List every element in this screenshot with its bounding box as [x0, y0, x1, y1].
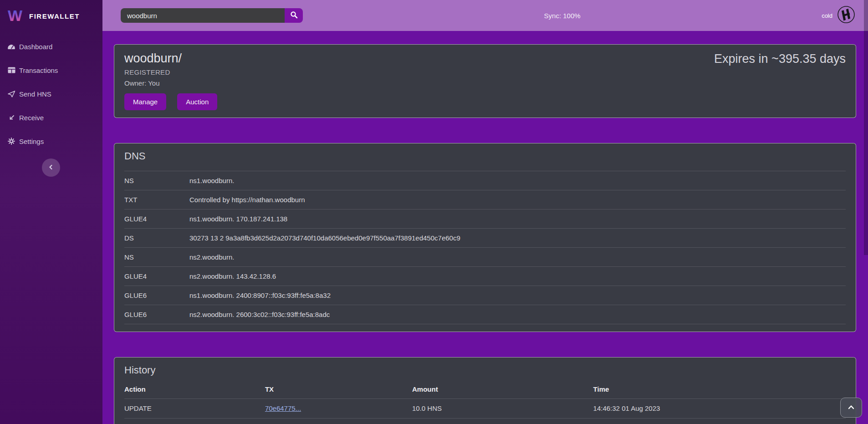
history-section-title: History: [124, 364, 846, 377]
domain-status: REGISTERED: [124, 68, 846, 76]
dns-record-type: GLUE6: [124, 305, 189, 324]
gear-icon: [7, 138, 15, 145]
sidebar-nav-item[interactable]: Receive: [0, 106, 102, 129]
scroll-to-top-button[interactable]: [840, 398, 862, 418]
dns-record-row: NS ns1.woodburn.: [124, 171, 846, 190]
history-card: History ActionTXAmountTime UPDATE 70e647…: [114, 357, 856, 424]
firewallet-app: { "app": { "brand": "FIREWALLET" }, "sid…: [0, 0, 868, 424]
history-amount: 10.0 HNS: [412, 418, 593, 424]
dns-record-type: TXT: [124, 190, 189, 209]
dns-record-type: GLUE4: [124, 267, 189, 286]
history-column-header: TX: [265, 380, 412, 398]
auction-button[interactable]: Auction: [177, 93, 217, 110]
dns-section-title: DNS: [124, 150, 846, 163]
nav-item-label: Dashboard: [19, 43, 52, 51]
history-column-header: Amount: [412, 380, 593, 398]
history-column-header: Time: [593, 380, 846, 398]
search-input[interactable]: [121, 8, 285, 23]
receive-icon: [7, 114, 15, 121]
sidebar: W FIREWALLET Dashboard Transactions Send…: [0, 0, 102, 424]
scrollbar-thumb[interactable]: [864, 0, 868, 255]
chevron-up-icon: [847, 404, 855, 412]
sidebar-nav: Dashboard Transactions Send HNS Receive …: [0, 35, 102, 153]
main-content: woodburn/ REGISTERED Owner: You Manage A…: [102, 31, 868, 424]
dns-record-value: ns1.woodburn. 170.187.241.138: [189, 209, 846, 229]
sync-status: Sync: 100%: [544, 12, 581, 20]
sidebar-nav-item[interactable]: Send HNS: [0, 82, 102, 106]
domain-card: woodburn/ REGISTERED Owner: You Manage A…: [114, 44, 856, 118]
dns-record-row: DS 30273 13 2 9a3a8fb3d625d2a2073d740f10…: [124, 229, 846, 248]
domain-owner: Owner: You: [124, 79, 846, 87]
search-button[interactable]: [285, 8, 303, 23]
dns-record-row: GLUE4 ns2.woodburn. 143.42.128.6: [124, 267, 846, 286]
dns-record-row: GLUE4 ns1.woodburn. 170.187.241.138: [124, 209, 846, 229]
tx-hash-link[interactable]: 70e64775...: [265, 404, 301, 412]
dns-card: DNS NS ns1.woodburn. TXT Controlled by h…: [114, 143, 856, 332]
sidebar-nav-item[interactable]: Dashboard: [0, 35, 102, 58]
top-bar: Sync: 100% cold: [102, 0, 868, 31]
dns-record-type: NS: [124, 248, 189, 267]
table-icon: [7, 66, 15, 74]
history-row: RENEW d73c3c1... 10.0 HNS 15:47:06 07 Ju…: [124, 418, 846, 424]
history-column-header: Action: [124, 380, 265, 398]
wallet-name: cold: [822, 12, 832, 19]
dns-records-table: NS ns1.woodburn. TXT Controlled by https…: [124, 171, 846, 324]
dns-record-type: NS: [124, 171, 189, 190]
dns-record-type: GLUE4: [124, 209, 189, 229]
dns-record-value: ns2.woodburn. 143.42.128.6: [189, 267, 846, 286]
send-icon: [7, 90, 15, 97]
history-action: RENEW: [124, 418, 265, 424]
nav-item-label: Send HNS: [19, 90, 51, 98]
nav-item-label: Settings: [19, 138, 44, 145]
dns-record-value: ns1.woodburn. 2400:8907::f03c:93ff:fe5a:…: [189, 286, 846, 305]
sidebar-nav-item[interactable]: Settings: [0, 129, 102, 153]
dns-record-row: TXT Controlled by https://nathan.woodbur…: [124, 190, 846, 209]
history-table: ActionTXAmountTime UPDATE 70e64775... 10…: [124, 380, 846, 424]
manage-button[interactable]: Manage: [124, 93, 166, 110]
history-row: UPDATE 70e64775... 10.0 HNS 14:46:32 01 …: [124, 398, 846, 418]
history-action: UPDATE: [124, 398, 265, 418]
svg-text:W: W: [8, 7, 23, 24]
domain-actions-row: Manage Auction: [124, 93, 846, 110]
history-time: 15:47:06 07 Jul 2023: [593, 418, 846, 424]
dns-record-type: DS: [124, 229, 189, 248]
wallet-group[interactable]: cold: [822, 5, 855, 26]
search-group: [121, 8, 303, 23]
dns-record-row: NS ns2.woodburn.: [124, 248, 846, 267]
handshake-logo-icon[interactable]: [837, 5, 855, 26]
search-icon: [290, 11, 298, 20]
gauge-icon: [7, 43, 15, 50]
dns-record-value: ns2.woodburn.: [189, 248, 846, 267]
sidebar-nav-item[interactable]: Transactions: [0, 58, 102, 82]
brand-logo-row[interactable]: W FIREWALLET: [0, 0, 102, 26]
history-time: 14:46:32 01 Aug 2023: [593, 398, 846, 418]
domain-expiry: Expires in ~395.35 days: [714, 52, 846, 66]
dns-record-value: 30273 13 2 9a3a8fb3d625d2a2073d740f10da6…: [189, 229, 846, 248]
chevron-left-icon: [47, 163, 55, 172]
dns-record-row: GLUE6 ns2.woodburn. 2600:3c02::f03c:93ff…: [124, 305, 846, 324]
dns-record-value: ns1.woodburn.: [189, 171, 846, 190]
nav-item-label: Transactions: [19, 66, 58, 74]
brand-name: FIREWALLET: [29, 12, 80, 20]
history-header-row: ActionTXAmountTime: [124, 380, 846, 398]
dns-record-value: ns2.woodburn. 2600:3c02::f03c:93ff:fe5a:…: [189, 305, 846, 324]
sidebar-collapse-button[interactable]: [42, 158, 60, 177]
dns-record-value: Controlled by https://nathan.woodburn: [189, 190, 846, 209]
dns-record-row: GLUE6 ns1.woodburn. 2400:8907::f03c:93ff…: [124, 286, 846, 305]
history-amount: 10.0 HNS: [412, 398, 593, 418]
dns-record-type: GLUE6: [124, 286, 189, 305]
firewallet-logo-icon: W: [7, 6, 25, 26]
nav-item-label: Receive: [19, 114, 44, 122]
